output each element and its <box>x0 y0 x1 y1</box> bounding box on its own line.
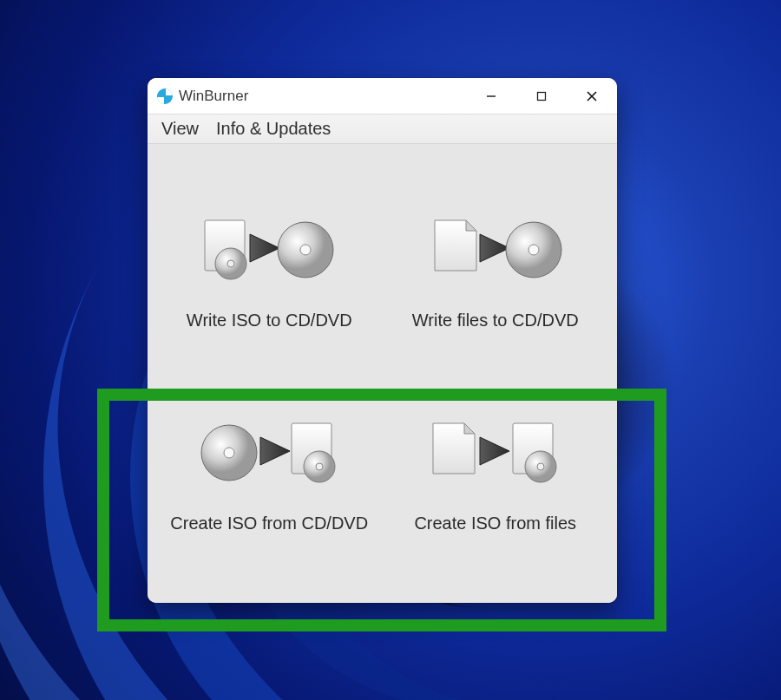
action-label: Write files to CD/DVD <box>412 311 579 330</box>
menu-info-updates[interactable]: Info & Updates <box>207 115 339 142</box>
menubar: View Info & Updates <box>148 114 617 144</box>
svg-marker-22 <box>480 437 509 465</box>
svg-point-15 <box>528 245 539 255</box>
app-title: WinBurner <box>179 88 248 105</box>
svg-rect-4 <box>538 92 546 100</box>
disc-to-iso-icon <box>200 416 338 494</box>
close-button[interactable] <box>567 78 617 114</box>
svg-point-12 <box>300 245 311 255</box>
action-label: Create ISO from CD/DVD <box>170 514 368 533</box>
app-window: WinBurner View Info & Updates <box>148 78 617 603</box>
svg-marker-10 <box>250 234 279 262</box>
svg-point-21 <box>316 463 323 470</box>
menu-view[interactable]: View <box>153 115 207 142</box>
svg-marker-13 <box>480 234 509 262</box>
action-label: Write ISO to CD/DVD <box>187 311 352 330</box>
maximize-button[interactable] <box>516 78 567 114</box>
svg-point-17 <box>224 448 234 458</box>
svg-point-25 <box>537 463 544 470</box>
svg-point-9 <box>227 260 234 267</box>
titlebar[interactable]: WinBurner <box>148 78 617 114</box>
files-to-iso-icon <box>426 416 565 494</box>
files-to-disc-icon <box>426 213 565 291</box>
action-write-iso-to-disc[interactable]: Write ISO to CD/DVD <box>156 170 383 374</box>
svg-marker-18 <box>260 437 290 465</box>
svg-rect-2 <box>157 95 173 97</box>
action-create-iso-from-disc[interactable]: Create ISO from CD/DVD <box>156 374 383 578</box>
action-create-iso-from-files[interactable]: Create ISO from files <box>383 374 609 578</box>
iso-to-disc-icon <box>200 213 338 291</box>
action-label: Create ISO from files <box>414 514 576 533</box>
app-icon <box>156 88 174 105</box>
action-write-files-to-disc[interactable]: Write files to CD/DVD <box>383 170 609 374</box>
client-area: Write ISO to CD/DVD <box>148 144 617 603</box>
minimize-button[interactable] <box>466 78 516 114</box>
